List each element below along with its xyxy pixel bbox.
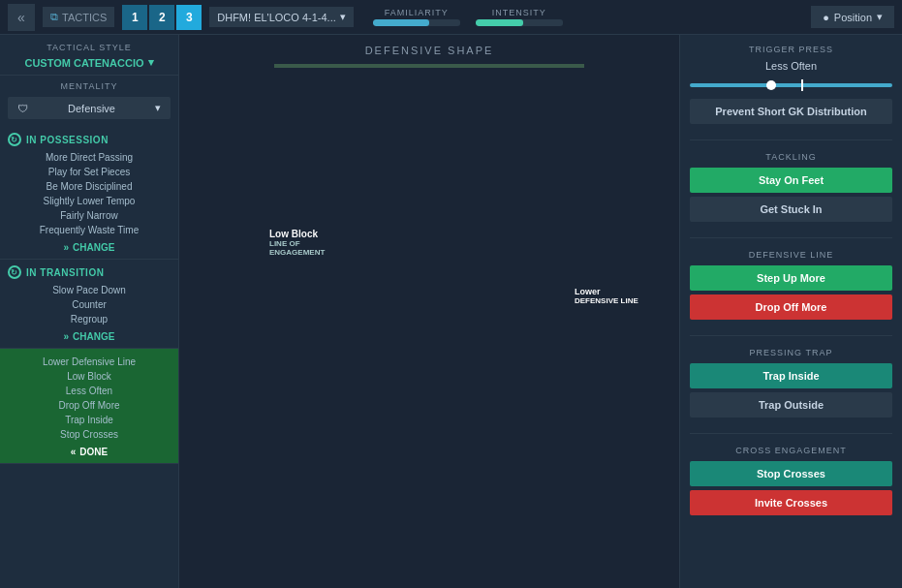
goal-area-bottom [400, 64, 458, 66]
player-dot [360, 64, 376, 68]
in-transition-label: IN TRANSITION [26, 267, 104, 278]
pressing-trap-section: PRESSING TRAP Trap Inside Trap Outside [690, 348, 892, 421]
list-item: Fairly Narrow [8, 208, 171, 223]
in-transition-icon: ↻ [8, 265, 21, 279]
lower-def-outer-label: Lower DEFENSIVE LINE [575, 287, 652, 305]
in-transition-items: Slow Pace Down Counter Regroup [8, 283, 171, 326]
main-content: TACTICAL STYLE CUSTOM CATENACCIO ▾ MENTA… [0, 35, 902, 588]
tactics-label-text: TACTICS [62, 12, 107, 23]
tab-2-button[interactable]: 2 [149, 5, 174, 30]
player-dot [421, 64, 437, 68]
tab-1-button[interactable]: 1 [122, 5, 147, 30]
trigger-press-slider[interactable] [690, 76, 892, 95]
mentality-selector[interactable]: 🛡 Defensive ▾ [8, 97, 171, 119]
position-label: Position [834, 12, 872, 23]
drop-off-more-button[interactable]: Drop Off More [690, 294, 892, 320]
left-sidebar: TACTICAL STYLE CUSTOM CATENACCIO ▾ MENTA… [0, 35, 179, 588]
cross-engagement-title: CROSS ENGAGEMENT [690, 446, 892, 455]
list-item: Regroup [8, 312, 171, 326]
done-label: DONE [79, 447, 108, 457]
back-button[interactable]: « [8, 4, 35, 31]
divider-2 [690, 237, 892, 238]
in-transition-change-btn[interactable]: » CHANGE [8, 331, 171, 342]
list-item: Drop Off More [8, 398, 171, 413]
slider-marker [801, 79, 803, 91]
list-item: Counter [8, 297, 171, 312]
intensity-fill [476, 19, 524, 26]
mentality-value: Defensive [68, 103, 115, 114]
player-dot [507, 64, 522, 68]
pitch-field: ↕ ↕ [274, 64, 584, 68]
prevent-gk-button[interactable]: Prevent Short GK Distribution [690, 99, 892, 124]
player-dot [507, 64, 522, 68]
formation-selector[interactable]: DHFM! EL'LOCO 4-1-4... ▾ [209, 7, 354, 27]
list-item: Be More Disciplined [8, 179, 171, 194]
divider-4 [690, 433, 892, 434]
intensity-section: INTENSITY [476, 8, 563, 26]
goal-area-top [400, 66, 458, 68]
trigger-press-section: TRIGGER PRESS Less Often Prevent Short G… [690, 45, 892, 128]
change-label: CHANGE [73, 242, 114, 253]
top-bar: « ⧉ TACTICS 1 2 3 DHFM! EL'LOCO 4-1-4...… [0, 0, 902, 35]
trap-outside-button[interactable]: Trap Outside [690, 392, 892, 418]
change2-label: CHANGE [73, 331, 114, 342]
familiarity-label: FAMILIARITY [385, 8, 449, 17]
in-possession-items: More Direct Passing Play for Set Pieces … [8, 150, 171, 237]
tactical-style-value[interactable]: CUSTOM CATENACCIO ▾ [0, 56, 178, 76]
tackling-section: TACKLING Stay On Feet Get Stuck In [690, 152, 892, 226]
player-dot [421, 64, 437, 68]
center-content: DEFENSIVE SHAPE Low Block LINE OF ENGAGE… [179, 35, 679, 588]
mentality-header: MENTALITY [0, 76, 178, 95]
in-transition-header[interactable]: ↻ IN TRANSITION [8, 265, 171, 279]
intensity-bar [476, 19, 563, 26]
player-dot [461, 64, 477, 68]
divider-3 [690, 335, 892, 336]
formation-name: DHFM! EL'LOCO 4-1-4... [217, 12, 336, 23]
familiarity-section: FAMILIARITY [373, 8, 460, 26]
trigger-press-title: TRIGGER PRESS [690, 45, 892, 54]
invite-crosses-button[interactable]: Invite Crosses [690, 490, 892, 515]
defensive-shape-title: DEFENSIVE SHAPE [365, 45, 494, 56]
in-possession-section: ↻ IN POSSESSION More Direct Passing Play… [0, 127, 178, 260]
pressing-trap-title: PRESSING TRAP [690, 348, 892, 357]
trigger-press-area: Less Often Prevent Short GK Distribution [690, 60, 892, 128]
low-block-outer-label: Low Block LINE OF ENGAGEMENT [269, 229, 357, 257]
slider-thumb [766, 80, 776, 90]
position-button[interactable]: ● Position ▾ [811, 6, 894, 28]
familiarity-fill [373, 19, 430, 26]
list-item: Less Often [8, 384, 171, 398]
familiarity-bar [373, 19, 460, 26]
tactical-style-header: TACTICAL STYLE [0, 35, 178, 56]
lower-text: Lower [575, 287, 652, 296]
out-of-possession-items: Lower Defensive Line Low Block Less Ofte… [8, 355, 171, 442]
player-dot [482, 64, 498, 68]
penalty-area-top [366, 66, 492, 68]
done-button[interactable]: « DONE [8, 447, 171, 457]
tab-3-button[interactable]: 3 [176, 5, 202, 30]
trigger-press-value: Less Often [765, 60, 817, 72]
in-transition-section: ↻ IN TRANSITION Slow Pace Down Counter R… [0, 260, 178, 349]
tactics-section: ⧉ TACTICS [43, 7, 114, 27]
step-up-more-button[interactable]: Step Up More [690, 265, 892, 291]
formation-chevron: ▾ [340, 11, 346, 23]
get-stuck-in-button[interactable]: Get Stuck In [690, 197, 892, 222]
change-arrows-icon: » [64, 242, 70, 253]
player-dot [382, 64, 397, 68]
in-possession-icon: ↻ [8, 133, 21, 146]
in-possession-header[interactable]: ↻ IN POSSESSION [8, 133, 171, 146]
line-of-engagement-text: LINE OF ENGAGEMENT [269, 239, 357, 257]
stay-on-feet-button[interactable]: Stay On Feet [690, 168, 892, 193]
in-possession-change-btn[interactable]: » CHANGE [8, 242, 171, 253]
divider-1 [690, 139, 892, 140]
stop-crosses-button[interactable]: Stop Crosses [690, 461, 892, 486]
player-dot [421, 64, 437, 68]
tactical-style-chevron: ▾ [148, 56, 154, 69]
list-item: Stop Crosses [8, 427, 171, 442]
cross-engagement-section: CROSS ENGAGEMENT Stop Crosses Invite Cro… [690, 446, 892, 519]
defensive-line-text: DEFENSIVE LINE [575, 296, 652, 305]
trap-inside-button[interactable]: Trap Inside [690, 363, 892, 388]
center-circle [395, 64, 463, 68]
list-item: More Direct Passing [8, 150, 171, 165]
tab-group: 1 2 3 [122, 5, 202, 30]
list-item: Play for Set Pieces [8, 165, 171, 179]
